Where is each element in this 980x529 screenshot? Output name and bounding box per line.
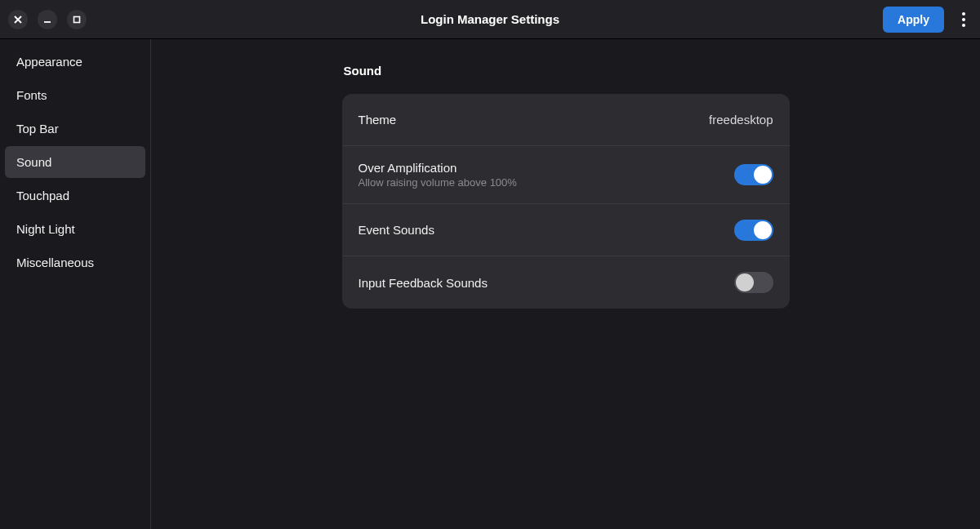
row-subtitle: Allow raising volume above 100% xyxy=(359,176,517,189)
window-title: Login Manager Settings xyxy=(421,12,559,26)
row-label: Over Amplification xyxy=(359,161,517,175)
toggle-knob xyxy=(754,221,772,239)
apply-button[interactable]: Apply xyxy=(883,7,944,33)
row-label: Input Feedback Sounds xyxy=(359,276,488,290)
input-feedback-sounds-row: Input Feedback Sounds xyxy=(342,256,790,309)
sidebar-item-label: Sound xyxy=(16,155,51,169)
sidebar-item-label: Appearance xyxy=(16,55,82,69)
sidebar-item-label: Miscellaneous xyxy=(16,256,94,269)
sidebar-item-label: Top Bar xyxy=(16,122,59,136)
over-amplification-toggle[interactable] xyxy=(734,164,773,185)
input-feedback-sounds-toggle[interactable] xyxy=(734,272,773,293)
toggle-knob xyxy=(736,273,754,291)
sidebar: Appearance Fonts Top Bar Sound Touchpad … xyxy=(0,39,151,529)
svg-point-3 xyxy=(962,24,965,27)
theme-row[interactable]: Theme freedesktop xyxy=(342,94,790,146)
svg-rect-0 xyxy=(74,16,80,22)
kebab-menu-icon[interactable] xyxy=(956,7,972,32)
sidebar-item-night-light[interactable]: Night Light xyxy=(5,213,145,245)
sidebar-item-miscellaneous[interactable]: Miscellaneous xyxy=(5,247,145,278)
sidebar-item-top-bar[interactable]: Top Bar xyxy=(5,113,145,144)
maximize-icon[interactable] xyxy=(67,10,87,29)
settings-card: Theme freedesktop Over Amplification All… xyxy=(342,94,790,309)
over-amplification-row: Over Amplification Allow raising volume … xyxy=(342,146,790,204)
sidebar-item-appearance[interactable]: Appearance xyxy=(5,46,145,78)
svg-point-2 xyxy=(962,18,965,21)
sidebar-item-fonts[interactable]: Fonts xyxy=(5,79,145,111)
close-icon[interactable] xyxy=(8,10,28,29)
sidebar-item-label: Touchpad xyxy=(16,189,69,202)
sidebar-item-touchpad[interactable]: Touchpad xyxy=(5,180,145,211)
main-panel: Sound Theme freedesktop Over Amplificati… xyxy=(151,39,980,529)
svg-point-1 xyxy=(962,12,965,16)
event-sounds-toggle[interactable] xyxy=(734,220,773,241)
sidebar-item-sound[interactable]: Sound xyxy=(5,146,145,178)
toggle-knob xyxy=(754,166,772,184)
header-bar: Login Manager Settings Apply xyxy=(0,0,980,39)
sidebar-item-label: Fonts xyxy=(16,88,47,102)
row-label: Event Sounds xyxy=(359,223,434,237)
row-label: Theme xyxy=(359,113,397,127)
section-title: Sound xyxy=(344,64,790,78)
minimize-icon[interactable] xyxy=(38,10,57,29)
event-sounds-row: Event Sounds xyxy=(342,204,790,256)
window-controls xyxy=(8,10,87,29)
sidebar-item-label: Night Light xyxy=(16,222,75,236)
header-actions: Apply xyxy=(883,7,972,33)
theme-value: freedesktop xyxy=(709,113,773,127)
